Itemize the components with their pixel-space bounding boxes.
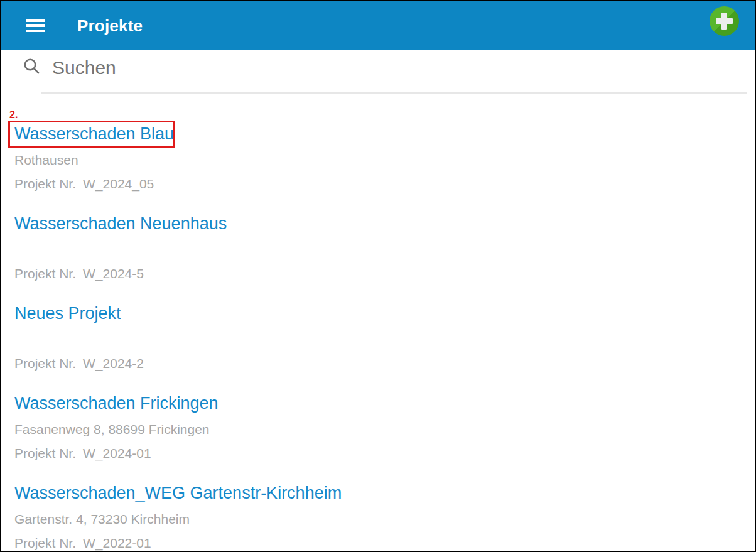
project-address: Fasanenweg 8, 88699 Frickingen (14, 421, 742, 438)
plus-icon (721, 13, 727, 30)
project-title-link[interactable]: Neues Projekt (14, 303, 121, 324)
project-number-value: W_2024-5 (83, 266, 144, 281)
search-input[interactable] (52, 54, 743, 82)
project-number-label: Projekt Nr. (14, 536, 76, 550)
project-number-label: Projekt Nr. (14, 356, 76, 371)
menu-hamburger-icon[interactable] (26, 19, 45, 32)
project-number: Projekt Nr.W_2024-01 (14, 445, 742, 462)
project-number: Projekt Nr.W_2024-5 (14, 266, 742, 282)
project-number-value: W_2024-01 (83, 446, 151, 460)
search-underline (41, 92, 747, 94)
project-number-value: W_2024-2 (83, 356, 144, 371)
hamburger-bar (26, 30, 45, 32)
project-number-label: Projekt Nr. (14, 446, 76, 460)
project-title-link[interactable]: Wasserschaden_WEG Gartenstr-Kirchheim (14, 482, 342, 504)
hamburger-bar (26, 24, 45, 27)
project-address (14, 332, 742, 348)
page-title: Projekte (77, 16, 143, 36)
project-address (14, 242, 742, 258)
project-address: Rothausen (14, 152, 742, 168)
project-address: Gartenstr. 4, 73230 Kirchheim (14, 511, 742, 528)
project-number: Projekt Nr.W_2022-01 (14, 535, 742, 551)
project-number-value: W_2024_05 (83, 176, 154, 191)
project-number-label: Projekt Nr. (14, 176, 76, 191)
project-number: Projekt Nr.W_2024-2 (14, 355, 742, 372)
app-header: Projekte (1, 1, 755, 50)
list-item[interactable]: Neues Projekt Projekt Nr.W_2024-2 (14, 303, 742, 392)
list-item[interactable]: Wasserschaden Frickingen Fasanenweg 8, 8… (14, 392, 742, 482)
annotation-step-label: 2. (9, 109, 18, 121)
add-project-button[interactable] (710, 6, 739, 36)
project-title-link[interactable]: Wasserschaden Neuenhaus (14, 213, 227, 234)
hamburger-bar (26, 19, 45, 22)
list-item[interactable]: Wasserschaden Neuenhaus Projekt Nr.W_202… (14, 213, 742, 303)
search-bar (1, 50, 755, 97)
project-title-link[interactable]: Wasserschaden Frickingen (14, 392, 219, 414)
project-list: 2. Wasserschaden Blau Rothausen Projekt … (1, 97, 755, 552)
search-icon (23, 58, 40, 75)
app-window: { "header": { "title": "Projekte", "menu… (0, 0, 756, 552)
project-title-link[interactable]: Wasserschaden Blau (14, 123, 174, 144)
project-number-label: Projekt Nr. (14, 266, 76, 281)
project-number-value: W_2022-01 (83, 536, 151, 550)
project-number: Projekt Nr.W_2024_05 (14, 176, 742, 192)
list-item[interactable]: Wasserschaden_WEG Gartenstr-Kirchheim Ga… (14, 482, 742, 552)
list-item[interactable]: 2. Wasserschaden Blau Rothausen Projekt … (14, 123, 742, 213)
